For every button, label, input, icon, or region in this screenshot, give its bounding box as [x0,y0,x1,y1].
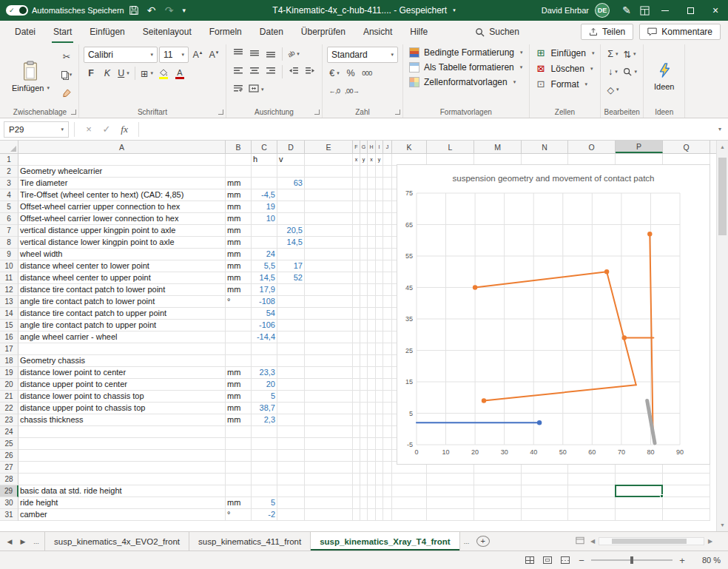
column-header-B[interactable]: B [226,141,252,153]
cell-G24[interactable] [360,426,368,438]
vertical-scroll-thumb[interactable] [718,158,727,235]
row-header-17[interactable]: 17 [0,343,18,355]
row-header-22[interactable]: 22 [0,403,18,414]
search-control[interactable]: Suchen [475,27,519,37]
cell-H3[interactable] [368,178,376,189]
insert-function-icon[interactable]: fx [115,124,133,135]
bold-button[interactable]: F [84,66,98,81]
cell-D14[interactable] [277,308,305,320]
row-header-19[interactable]: 19 [0,367,18,379]
cell-D6[interactable] [277,213,305,225]
ribbon-tab-formeln[interactable]: Formeln [200,21,251,43]
cell-G23[interactable] [360,414,368,426]
cell-F7[interactable] [353,225,360,237]
cell-H19[interactable] [368,367,376,379]
cell-F19[interactable] [353,367,360,379]
cell-H9[interactable] [368,249,376,260]
cell-C29[interactable] [252,485,277,497]
cell-D27[interactable] [277,462,305,474]
accounting-format-button[interactable]: €▾ [327,66,342,81]
font-color-button[interactable]: A [172,66,187,81]
cell-F2[interactable] [353,166,360,178]
comma-style-button[interactable]: 000 [360,66,374,81]
cell-D20[interactable] [277,379,305,391]
cell-B19[interactable]: mm [226,367,252,379]
cell-I5[interactable] [376,201,383,213]
increase-indent-button[interactable] [303,64,317,79]
zoom-out-icon[interactable]: − [574,555,589,566]
cell-I30[interactable] [376,497,383,509]
cell-A8[interactable]: vertical distance lower kingpin point to… [18,237,226,249]
cell-J18[interactable] [383,355,392,367]
sheet-tab-susp-kinematics-4x-evo2-front[interactable]: susp_kinematics_4x_EVO2_front [44,532,189,551]
add-sheet-button[interactable]: + [476,536,490,547]
scroll-left-icon[interactable]: ◀ [587,538,599,545]
align-top-button[interactable] [231,47,246,61]
clipboard-dialog-launcher-icon[interactable] [71,110,76,115]
cell-H26[interactable] [368,450,376,462]
cell-C17[interactable] [252,343,277,355]
cell-F17[interactable] [353,343,360,355]
cell-F11[interactable] [353,272,360,284]
cell-B20[interactable]: mm [226,379,252,391]
cell-E28[interactable] [305,474,353,485]
row-header-3[interactable]: 3 [0,178,18,189]
cell-B31[interactable]: ° [226,509,252,521]
column-header-J[interactable]: J [383,141,392,153]
cell-D24[interactable] [277,426,305,438]
undo-icon[interactable]: ↶ [144,1,160,19]
cell-O30[interactable] [568,497,616,509]
cell-D18[interactable] [277,355,305,367]
column-header-E[interactable]: E [305,141,353,153]
cell-E16[interactable] [305,331,353,343]
save-icon[interactable] [126,1,142,19]
cell-D19[interactable] [277,367,305,379]
cell-A3[interactable]: Tire diameter [18,178,226,189]
ribbon-tab-ansicht[interactable]: Ansicht [354,21,401,43]
cell-B13[interactable]: ° [226,296,252,308]
cell-G22[interactable] [360,403,368,414]
cell-H21[interactable] [368,391,376,403]
cell-I15[interactable] [376,320,383,331]
cell-E1[interactable] [305,154,353,166]
cell-L30[interactable] [427,497,474,509]
ribbon-tab-seitenlayout[interactable]: Seitenlayout [134,21,200,43]
ribbon-tab-einf-gen[interactable]: Einfügen [81,21,133,43]
cell-F18[interactable] [353,355,360,367]
cell-D26[interactable] [277,450,305,462]
cell-C23[interactable]: 2,3 [252,414,277,426]
cell-J1[interactable] [383,154,392,166]
cell-E14[interactable] [305,308,353,320]
cell-H23[interactable] [368,414,376,426]
cell-I18[interactable] [376,355,383,367]
cell-N30[interactable] [522,497,568,509]
column-header-D[interactable]: D [277,141,305,153]
cell-A11[interactable]: distance wheel center to upper point [18,272,226,284]
cell-F6[interactable] [353,213,360,225]
cell-C11[interactable]: 14,5 [252,272,277,284]
cell-H17[interactable] [368,343,376,355]
cell-J29[interactable] [383,485,392,497]
cell-J4[interactable] [383,189,392,201]
cell-H29[interactable] [368,485,376,497]
cell-J9[interactable] [383,249,392,260]
cell-A9[interactable]: wheel width [18,249,226,260]
cell-G26[interactable] [360,450,368,462]
format-cells-button[interactable]: ⊡Format▾ [534,78,596,90]
cell-B27[interactable] [226,462,252,474]
cell-I22[interactable] [376,403,383,414]
row-header-11[interactable]: 11 [0,272,18,284]
cell-J5[interactable] [383,201,392,213]
cell-J26[interactable] [383,450,392,462]
paste-button[interactable]: Einfügen▾ [6,47,55,106]
cell-H2[interactable] [368,166,376,178]
align-middle-button[interactable] [247,47,262,61]
cell-H10[interactable] [368,260,376,272]
cell-G27[interactable] [360,462,368,474]
select-all-corner[interactable] [0,141,18,153]
cell-G19[interactable] [360,367,368,379]
cut-button[interactable]: ✂ [59,49,74,64]
cell-N29[interactable] [522,485,568,497]
vertical-scrollbar[interactable]: ▲ ▼ [716,141,728,531]
cell-N28[interactable] [522,474,568,485]
